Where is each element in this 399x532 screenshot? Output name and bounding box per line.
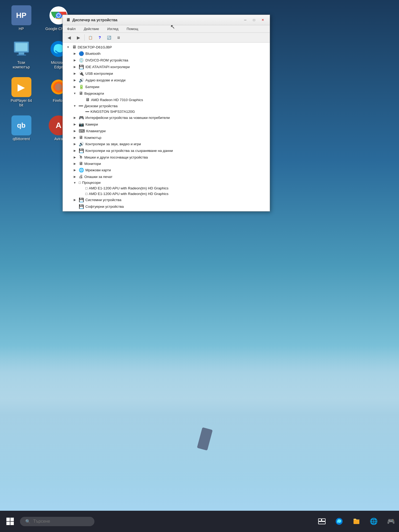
window-titlebar: 🖥 Диспечер на устройства ─ □ ✕ — [63, 15, 270, 25]
tree-monitors[interactable]: ▶ 🖥 Монитори — [63, 160, 270, 167]
tree-video[interactable]: ▼ 🖥 Видеокарти — [63, 90, 270, 97]
tree-software[interactable]: 💾 Софтуерни устройства — [63, 203, 270, 210]
computer-node-expand: ▶ — [72, 136, 77, 139]
cameras-icon: 📷 — [79, 122, 84, 127]
tree-amd-radeon[interactable]: 🖥 AMD Radeon HD 7310 Graphics — [63, 97, 270, 103]
taskbar-icon-4[interactable]: 🌐 — [368, 516, 379, 527]
tree-mice[interactable]: ▶ 🖱 Мишки и други посочващи устройства — [63, 154, 270, 160]
hp-logo: HP — [16, 11, 27, 20]
kingston-icon: ━━ — [85, 110, 89, 114]
tree-cpu2[interactable]: □ AMD E1-1200 APU with Radeon(tm) HD Gra… — [63, 191, 270, 197]
keyboards-label: Клавиатури — [86, 129, 106, 133]
svg-point-4 — [57, 14, 60, 17]
root-label: DESKTOP-D61GJBP — [78, 45, 112, 49]
properties-button[interactable]: 📋 — [86, 34, 95, 41]
system-label: Системни устройства — [85, 198, 121, 202]
print-expand: ▶ — [72, 175, 77, 178]
tree-storage[interactable]: ▶ 💾 Контролери на устройства за съхраняв… — [63, 147, 270, 154]
taskbar-explorer-button[interactable] — [351, 516, 362, 527]
bluetooth-icon: 🔵 — [79, 51, 84, 56]
toolbar: ◀ ▶ 📋 ? 🔄 🖥 — [63, 33, 270, 43]
tree-sound[interactable]: ▶ 🔊 Контролери за звук, видео и игри — [63, 141, 270, 147]
menu-help[interactable]: Помощ — [124, 26, 140, 32]
batteries-icon: 🔋 — [79, 84, 84, 89]
tree-disk[interactable]: ▼ ━━ Дискови устройства — [63, 103, 270, 109]
search-icon: 🔍 — [25, 519, 31, 524]
tree-system[interactable]: ▶ 💾 Системни устройства — [63, 197, 270, 203]
qbittorrent-icon-label: qBittorrent — [13, 137, 30, 141]
network-icon: 🌐 — [79, 168, 84, 173]
tree-usb[interactable]: ▶ 🔌 USB контролери — [63, 70, 270, 77]
computer-node-icon: 🖥 — [79, 135, 83, 140]
tree-cameras[interactable]: ▶ 📷 Камери — [63, 121, 270, 128]
kingston-label: KINGSTON SHFS37A120G — [90, 110, 135, 114]
monitor-button[interactable]: 🖥 — [114, 34, 123, 41]
avira-icon-label: Avira — [54, 137, 63, 141]
svg-rect-15 — [6, 522, 10, 525]
system-icon: 💾 — [79, 197, 84, 202]
back-button[interactable]: ◀ — [65, 34, 73, 41]
svg-rect-7 — [19, 52, 24, 55]
start-button[interactable] — [3, 514, 17, 529]
desktop-icon-potplayer[interactable]: ▶ PotPlayer 64bit — [5, 77, 37, 107]
tree-print[interactable]: ▶ 🖨 Опашки за печат — [63, 173, 270, 180]
desktop-icon-hp[interactable]: HP HP — [5, 5, 37, 31]
close-button[interactable]: ✕ — [259, 17, 267, 23]
tree-ide[interactable]: ▶ 💾 IDE ATA/ATAPI контролери — [63, 64, 270, 70]
tree-computer-node[interactable]: ▶ 🖥 Компютър — [63, 134, 270, 141]
monitors-icon: 🖥 — [79, 161, 83, 166]
ide-expand: ▶ — [72, 65, 77, 69]
tree-cpu1[interactable]: □ AMD E1-1200 APU with Radeon(tm) HD Gra… — [63, 185, 270, 191]
amd-radeon-icon: 🖥 — [85, 97, 90, 102]
mice-icon: 🖱 — [79, 155, 83, 160]
tree-bluetooth[interactable]: ▶ 🔵 Bluetooth — [63, 50, 270, 57]
taskview-button[interactable] — [317, 516, 327, 527]
menubar: Файл Действие Изглед Помощ — [63, 25, 270, 33]
tree-hid[interactable]: ▶ 🎮 Интерфейсни устройства за човешки по… — [63, 114, 270, 121]
processors-expand: ▼ — [72, 181, 77, 184]
disk-label: Дискови устройства — [84, 104, 118, 108]
tree-audio[interactable]: ▶ 🔊 Аудио входове и изходи — [63, 77, 270, 84]
svg-rect-6 — [15, 43, 27, 51]
help-button[interactable]: ? — [95, 34, 104, 41]
hid-icon: 🎮 — [79, 115, 84, 120]
menu-action[interactable]: Действие — [82, 26, 101, 32]
menu-view[interactable]: Изглед — [105, 26, 120, 32]
tree-root[interactable]: ▼ 🖥 DESKTOP-D61GJBP — [63, 44, 270, 50]
tree-keyboards[interactable]: ▶ ⌨ Клавиатури — [63, 128, 270, 134]
taskbar-edge-button[interactable] — [334, 516, 344, 527]
svg-rect-17 — [318, 519, 321, 521]
root-icon: 🖥 — [72, 45, 76, 49]
taskview-icon — [318, 518, 326, 524]
tree-batteries[interactable]: ▶ 🔋 Батерии — [63, 84, 270, 90]
sound-expand: ▶ — [72, 142, 77, 146]
dvd-label: DVD/CD-ROM устройства — [85, 58, 128, 62]
tree-dvd[interactable]: ▶ 💿 DVD/CD-ROM устройства — [63, 57, 270, 64]
window-title-icon: 🖥 — [66, 18, 70, 22]
tree-kingston[interactable]: ━━ KINGSTON SHFS37A120G — [63, 109, 270, 114]
window-controls[interactable]: ─ □ ✕ — [242, 17, 267, 23]
menu-file[interactable]: Файл — [65, 26, 78, 32]
minimize-button[interactable]: ─ — [242, 17, 249, 23]
usb-label: USB контролери — [85, 72, 113, 76]
cameras-label: Камери — [85, 122, 98, 126]
search-input[interactable] — [33, 519, 86, 524]
bluetooth-expand: ▶ — [72, 52, 77, 55]
processors-icon: □ — [79, 181, 81, 185]
taskbar-icon-5[interactable]: 🎮 — [386, 516, 396, 527]
update-button[interactable]: 🔄 — [105, 34, 113, 41]
tree-processors[interactable]: ▼ □ Процесори — [63, 180, 270, 185]
maximize-button[interactable]: □ — [250, 17, 258, 23]
search-bar[interactable]: 🔍 — [20, 517, 94, 526]
desktop-icon-qbittorrent[interactable]: qb qBittorrent — [5, 115, 37, 141]
computer-icon-svg — [13, 40, 30, 58]
ide-label: IDE ATA/ATAPI контролери — [85, 65, 130, 69]
tree-network[interactable]: ▶ 🌐 Мрежови карти — [63, 167, 270, 173]
desktop-icon-computer[interactable]: Тозикомпютър — [5, 39, 37, 69]
software-label: Софтуерни устройства — [85, 205, 124, 209]
bluetooth-label: Bluetooth — [85, 52, 101, 56]
disk-expand: ▼ — [72, 104, 77, 107]
cameras-expand: ▶ — [72, 123, 77, 126]
forward-button[interactable]: ▶ — [74, 34, 83, 41]
hp-icon-label: HP — [19, 27, 24, 31]
